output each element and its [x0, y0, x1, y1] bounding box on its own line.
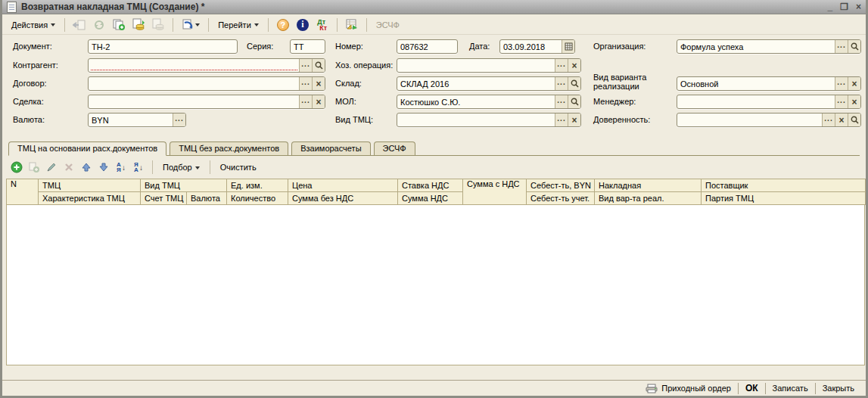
- magnifier-icon[interactable]: [848, 40, 860, 53]
- clear-icon[interactable]: ×: [848, 95, 860, 108]
- col-header-sales-variant[interactable]: Вид вар-та реал.: [595, 192, 702, 205]
- ellipsis-button[interactable]: ...: [835, 40, 848, 53]
- col-header-tmc-kind[interactable]: Вид ТМЦ: [141, 179, 227, 192]
- ellipsis-button[interactable]: ...: [299, 95, 312, 108]
- contract-input[interactable]: [89, 77, 299, 90]
- create-based-on-button[interactable]: [179, 17, 202, 33]
- grid-body-empty[interactable]: [6, 205, 865, 365]
- col-header-currency[interactable]: Валюта: [187, 192, 227, 205]
- col-header-amount-with-vat[interactable]: Сумма с НДС: [463, 179, 527, 205]
- col-header-unit[interactable]: Ед. изм.: [227, 179, 288, 192]
- sort-descending-icon[interactable]: Я А ↓: [132, 160, 145, 174]
- tab-eschf[interactable]: ЭСЧФ: [374, 141, 415, 155]
- save-button[interactable]: Записать: [766, 384, 815, 393]
- col-header-vat-amount[interactable]: Сумма НДС: [398, 192, 463, 205]
- minimize-icon[interactable]: _: [828, 2, 833, 11]
- dtkt-postings-button[interactable]: Дт Кт: [314, 17, 331, 33]
- col-header-n[interactable]: N: [7, 179, 39, 205]
- col-header-amount-without-vat[interactable]: Сумма без НДС: [288, 192, 398, 205]
- col-header-invoice[interactable]: Накладная: [595, 179, 702, 192]
- info-button[interactable]: i: [294, 17, 311, 33]
- post-document-button[interactable]: [130, 17, 147, 33]
- contract-field[interactable]: ... ×: [88, 76, 325, 91]
- actions-menu-button[interactable]: Действия: [8, 19, 58, 31]
- col-header-supplier[interactable]: Поставщик: [702, 179, 866, 192]
- organization-field[interactable]: ...: [677, 39, 861, 54]
- goto-menu-button[interactable]: Перейти: [215, 19, 262, 31]
- col-header-price[interactable]: Цена: [288, 179, 398, 192]
- calendar-icon[interactable]: [562, 40, 574, 53]
- ellipsis-button[interactable]: ...: [299, 59, 312, 72]
- col-header-cost-byn[interactable]: Себест-ть, BYN: [527, 179, 595, 192]
- help-button[interactable]: ?: [275, 17, 291, 33]
- magnifier-icon[interactable]: [312, 59, 325, 72]
- pick-button[interactable]: Подбор: [160, 161, 203, 173]
- sales-variant-input[interactable]: [677, 77, 835, 90]
- clear-icon[interactable]: ×: [848, 77, 860, 90]
- col-header-quantity[interactable]: Количество: [227, 192, 288, 205]
- date-field[interactable]: [499, 39, 575, 54]
- number-input[interactable]: [397, 40, 457, 53]
- ellipsis-button[interactable]: ...: [835, 77, 848, 90]
- magnifier-icon[interactable]: [568, 77, 580, 90]
- clear-icon[interactable]: ×: [568, 59, 580, 72]
- document-input[interactable]: [89, 40, 237, 53]
- close-button[interactable]: Закрыть: [816, 384, 861, 393]
- warehouse-input[interactable]: [397, 77, 555, 90]
- maximize-icon[interactable]: ❒: [840, 2, 848, 11]
- number-field[interactable]: [397, 39, 458, 54]
- col-header-vat-rate[interactable]: Ставка НДС: [398, 179, 463, 192]
- tab-tmc-based-on-docs[interactable]: ТМЦ на основании расх.документов: [8, 141, 166, 156]
- mol-input[interactable]: [397, 95, 555, 108]
- mol-field[interactable]: ...: [397, 95, 581, 109]
- sort-ascending-icon[interactable]: А Я ↓: [114, 160, 128, 174]
- col-header-cost-accounting[interactable]: Себест-ть учет.: [527, 192, 595, 205]
- copy-document-button[interactable]: [110, 17, 127, 33]
- tab-mutual-settlements[interactable]: Взаиморасчеты: [291, 141, 370, 155]
- series-field[interactable]: [290, 39, 325, 54]
- col-header-tmc[interactable]: ТМЦ: [39, 179, 141, 192]
- contractor-field[interactable]: ...: [88, 58, 325, 73]
- clear-icon[interactable]: ×: [312, 77, 325, 90]
- power-of-attorney-input[interactable]: [677, 113, 822, 126]
- sales-variant-field[interactable]: ... ×: [677, 76, 861, 91]
- report-button[interactable]: [344, 17, 360, 33]
- currency-field[interactable]: ...: [88, 113, 186, 127]
- document-field[interactable]: [88, 39, 238, 54]
- deal-field[interactable]: ... ×: [88, 95, 325, 109]
- edit-row-button[interactable]: [45, 160, 58, 174]
- warehouse-field[interactable]: ...: [397, 76, 581, 91]
- clear-icon[interactable]: ×: [835, 113, 848, 126]
- ellipsis-button[interactable]: ...: [835, 95, 848, 108]
- tmc-kind-input[interactable]: [397, 113, 555, 126]
- col-header-tmc-batch[interactable]: Партия ТМЦ: [702, 192, 866, 205]
- tab-tmc-without-docs[interactable]: ТМЦ без расх.документов: [170, 141, 288, 155]
- clear-icon[interactable]: ×: [568, 113, 580, 126]
- ellipsis-button[interactable]: ...: [299, 77, 312, 90]
- ellipsis-button[interactable]: ...: [822, 113, 835, 126]
- business-operation-field[interactable]: ... ×: [397, 58, 581, 73]
- move-down-button[interactable]: [97, 160, 110, 174]
- close-icon[interactable]: ×: [856, 2, 861, 11]
- currency-input[interactable]: [89, 113, 173, 126]
- magnifier-icon[interactable]: [848, 113, 860, 126]
- ellipsis-button[interactable]: ...: [555, 113, 568, 126]
- series-input[interactable]: [291, 40, 325, 53]
- power-of-attorney-field[interactable]: ... ×: [677, 113, 861, 127]
- col-header-tmc-characteristic[interactable]: Характеристика ТМЦ: [39, 192, 141, 205]
- magnifier-icon[interactable]: [568, 95, 580, 108]
- ellipsis-button[interactable]: ...: [555, 77, 568, 90]
- tmc-kind-field[interactable]: ... ×: [397, 113, 581, 127]
- ok-button[interactable]: ОК: [739, 383, 765, 393]
- manager-field[interactable]: ... ×: [677, 95, 861, 109]
- deal-input[interactable]: [89, 95, 299, 108]
- move-up-button[interactable]: [79, 160, 93, 174]
- manager-input[interactable]: [677, 95, 835, 108]
- organization-input[interactable]: [677, 40, 835, 53]
- date-input[interactable]: [500, 40, 562, 53]
- ellipsis-button[interactable]: ...: [173, 113, 185, 126]
- clear-icon[interactable]: ×: [312, 95, 325, 108]
- business-operation-input[interactable]: [397, 59, 555, 72]
- col-header-tmc-account[interactable]: Счет ТМЦ: [141, 192, 187, 205]
- ellipsis-button[interactable]: ...: [555, 95, 568, 108]
